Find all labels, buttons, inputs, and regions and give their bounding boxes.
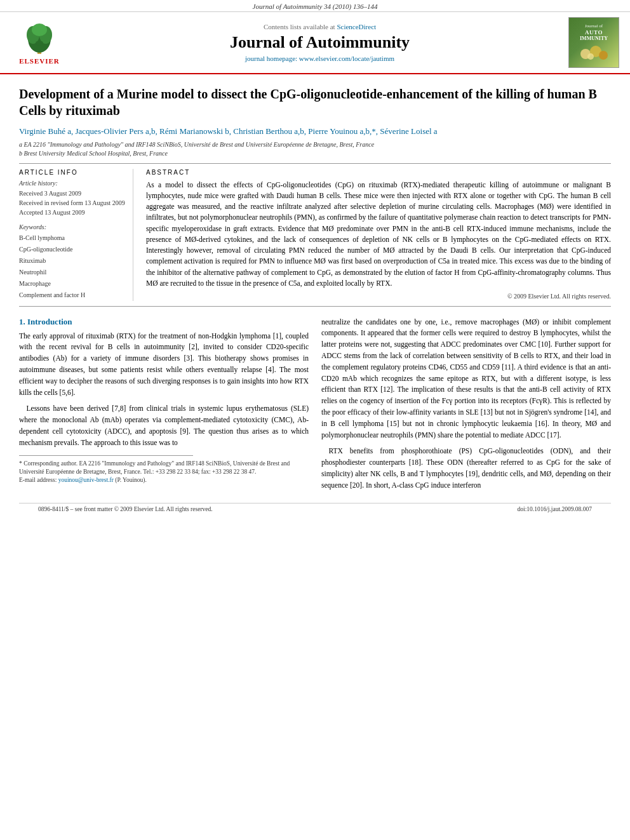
affiliation-2: b Brest University Medical School Hospit… [19, 149, 611, 158]
journal-citation: Journal of Autoimmunity 34 (2010) 136–14… [0, 0, 630, 12]
intro-para3: neutralize the candidates one by one, i.… [321, 317, 611, 441]
journal-homepage: journal homepage: www.elsevier.com/locat… [77, 55, 562, 62]
journal-header: ELSEVIER Contents lists available at Sci… [0, 12, 630, 74]
intro-para4: RTX benefits from phosphorothioate (PS) … [321, 446, 611, 491]
abstract-paragraph: As a model to dissect the effects of CpG… [146, 180, 611, 290]
received-date: Received 3 August 2009 [19, 189, 125, 198]
elsevier-logo-area: ELSEVIER [8, 21, 71, 65]
footnote-divider [19, 455, 193, 456]
keyword-1: B-Cell lymphoma [19, 232, 125, 244]
article-title: Development of a Murine model to dissect… [19, 86, 611, 119]
accepted-date: Accepted 13 August 2009 [19, 208, 125, 217]
header-divider [19, 163, 611, 164]
abstract-heading: ABSTRACT [146, 169, 611, 176]
footnote-email: E-mail address: youinou@univ-brest.fr (P… [19, 476, 309, 484]
page: Journal of Autoimmunity 34 (2010) 136–14… [0, 0, 630, 840]
authors: Virginie Buhé a, Jacques-Olivier Pers a,… [19, 125, 611, 138]
keyword-4: Neutrophil [19, 267, 125, 278]
keywords-list: B-Cell lymphoma CpG-oligonucleotide Ritu… [19, 232, 125, 301]
badge-auto-text: AUTO [585, 29, 603, 36]
footnote: * Corresponding author. EA 2216 "Immunol… [19, 460, 309, 485]
copyright-line: © 2009 Elsevier Ltd. All rights reserved… [146, 293, 611, 300]
footnote-content: Corresponding author. EA 2216 "Immunolog… [19, 460, 290, 475]
journal-badge-area: Journal of AUTO IMMUNITY [568, 17, 622, 68]
body-divider [19, 306, 611, 307]
main-content: Development of a Murine model to dissect… [0, 74, 630, 521]
email-link[interactable]: youinou@univ-brest.fr [58, 477, 114, 483]
doi-text: doi:10.1016/j.jaut.2009.08.007 [518, 506, 592, 512]
keyword-2: CpG-oligonucleotide [19, 244, 125, 255]
elsevier-logo: ELSEVIER [19, 21, 60, 65]
article-info-col: ARTICLE INFO Article history: Received 3… [19, 169, 133, 301]
sciencedirect-prefix: Contents lists available at [264, 23, 337, 30]
svg-point-9 [587, 53, 594, 60]
article-body: 1. Introduction The early approval of ri… [19, 317, 611, 497]
elsevier-text: ELSEVIER [19, 57, 60, 65]
section1-title: 1. Introduction [19, 317, 309, 327]
body-text-left: The early approval of rituximab (RTX) fo… [19, 331, 309, 449]
email-label: E-mail address: [19, 477, 57, 483]
journal-title: Journal of Autoimmunity [77, 33, 562, 52]
footnote-text: * Corresponding author. EA 2216 "Immunol… [19, 460, 309, 477]
body-left-col: 1. Introduction The early approval of ri… [19, 317, 309, 497]
badge-top-text: Journal of [585, 23, 603, 29]
bottom-bar: 0896-8411/$ – see front matter © 2009 El… [19, 503, 611, 515]
journal-title-area: Contents lists available at ScienceDirec… [77, 23, 562, 62]
abstract-text: As a model to dissect the effects of CpG… [146, 180, 611, 290]
sciencedirect-link[interactable]: ScienceDirect [337, 23, 376, 30]
elsevier-tree-icon [20, 21, 58, 56]
sciencedirect-line: Contents lists available at ScienceDirec… [77, 23, 562, 30]
keyword-3: Rituximab [19, 255, 125, 267]
svg-point-5 [36, 41, 43, 46]
article-history: Article history: Received 3 August 2009 … [19, 180, 125, 217]
info-abstract-section: ARTICLE INFO Article history: Received 3… [19, 169, 611, 301]
section1-heading: Introduction [27, 317, 72, 326]
keyword-5: Macrophage [19, 278, 125, 290]
article-info-heading: ARTICLE INFO [19, 169, 125, 176]
email-suffix: (P. Youinou). [115, 477, 147, 483]
authors-text: Virginie Buhé a, Jacques-Olivier Pers a,… [19, 126, 438, 136]
intro-para1: The early approval of rituximab (RTX) fo… [19, 331, 309, 399]
history-label: Article history: [19, 180, 125, 187]
affiliation-1: a EA 2216 "Immunology and Pathology" and… [19, 140, 611, 149]
section1-number: 1. [19, 317, 25, 326]
keywords-section: Keywords: B-Cell lymphoma CpG-oligonucle… [19, 223, 125, 301]
badge-immunity-text: IMMUNITY [580, 36, 608, 41]
affiliations: a EA 2216 "Immunology and Pathology" and… [19, 140, 611, 158]
received-revised-date: Received in revised form 13 August 2009 [19, 198, 125, 208]
keyword-6: Complement and factor H [19, 290, 125, 301]
issn-text: 0896-8411/$ – see front matter © 2009 El… [38, 506, 213, 512]
journal-badge: Journal of AUTO IMMUNITY [568, 17, 619, 68]
svg-point-4 [32, 23, 47, 36]
body-right-col: neutralize the candidates one by one, i.… [321, 317, 611, 497]
journal-citation-text: Journal of Autoimmunity 34 (2010) 136–14… [253, 3, 378, 10]
badge-graphic-icon [578, 43, 610, 62]
svg-point-8 [599, 51, 608, 60]
abstract-col: ABSTRACT As a model to dissect the effec… [146, 169, 611, 301]
body-text-right: neutralize the candidates one by one, i.… [321, 317, 611, 491]
intro-para2: Lessons have been derived [7,8] from cli… [19, 403, 309, 448]
keywords-label: Keywords: [19, 223, 125, 230]
